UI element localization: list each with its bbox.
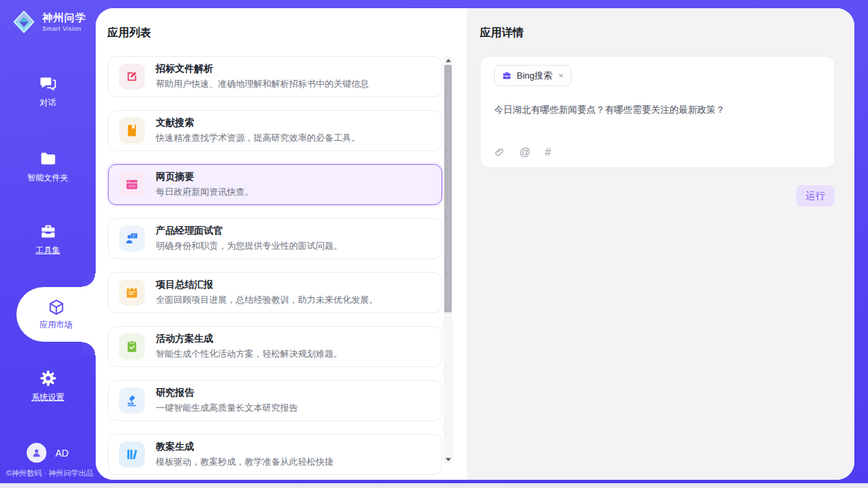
- interviewer-icon: [125, 232, 139, 245]
- web-code-icon: [125, 178, 139, 191]
- mention-icon[interactable]: @: [519, 146, 530, 159]
- app-detail-card: Bing搜索 × 今日湖北有哪些新闻要点？有哪些需要关注的最新政策？ @ #: [480, 56, 835, 168]
- cube-icon: [47, 298, 66, 316]
- sidebar-item-label: 系统设置: [31, 392, 64, 403]
- gear-icon: [39, 369, 57, 388]
- app-card[interactable]: 产品经理面试官 明确身份和职责，为您提供专业性的面试问题。: [108, 218, 442, 259]
- scrollbar-up-arrow[interactable]: [444, 56, 452, 64]
- app-card-title: 文献搜索: [156, 117, 360, 129]
- folder-icon: [39, 150, 57, 168]
- sidebar-item-label: 应用市场: [40, 319, 72, 331]
- app-list-title: 应用列表: [107, 26, 151, 40]
- sidebar-item-label: 智能文件夹: [27, 172, 68, 184]
- brand-subtitle: Smart Vision: [42, 25, 86, 32]
- sidebar-item-label: 工具集: [36, 245, 60, 256]
- app-card-title: 研究报告: [156, 387, 298, 399]
- close-icon[interactable]: ×: [558, 70, 564, 81]
- app-card-description: 智能生成个性化活动方案，轻松解决规划难题。: [156, 348, 342, 360]
- app-card-description: 模板驱动，教案秒成，教学准备从此轻松快捷: [156, 456, 334, 468]
- sidebar-item-toolset[interactable]: 工具集: [0, 222, 96, 256]
- hash-icon[interactable]: #: [545, 146, 551, 159]
- app-card-description: 快速精准查找学术资源，提高研究效率的必备工具。: [156, 132, 360, 144]
- sidebar-item-settings[interactable]: 系统设置: [0, 369, 96, 403]
- app-card-description: 一键智能生成高质量长文本研究报告: [156, 402, 298, 414]
- brand: 神州问学 Smart Vision: [11, 9, 86, 35]
- sidebar-item-label: 对话: [40, 97, 56, 109]
- attachment-toolbar: @ #: [494, 146, 551, 159]
- app-card[interactable]: 活动方案生成 智能生成个性化活动方案，轻松解决规划难题。: [108, 326, 442, 367]
- scrollbar[interactable]: [444, 56, 452, 463]
- scrollbar-thumb[interactable]: [444, 65, 452, 312]
- book-icon: [125, 124, 139, 137]
- app-card[interactable]: 招标文件解析 帮助用户快速、准确地理解和解析招标书中的关键信息: [108, 56, 442, 97]
- app-detail-panel: 应用详情 Bing搜索 × 今日湖北有哪些新闻要点？有哪些需要关注的最新政策？ …: [467, 8, 854, 480]
- edit-doc-icon: [125, 70, 139, 83]
- scrollbar-down-arrow[interactable]: [444, 455, 452, 463]
- sidebar-item-chat[interactable]: 对话: [0, 74, 96, 109]
- avatar: [27, 443, 46, 463]
- main-content: 应用列表 招标文件解析 帮助用户快速、准确地理解和解析招标书中的关键信息 文献搜…: [96, 8, 854, 480]
- query-input[interactable]: 今日湖北有哪些新闻要点？有哪些需要关注的最新政策？: [494, 103, 821, 117]
- microscope-icon: [125, 394, 139, 407]
- app-card-title: 网页摘要: [156, 171, 254, 183]
- app-card[interactable]: 教案生成 模板驱动，教案秒成，教学准备从此轻松快捷: [108, 434, 442, 475]
- sidebar: 神州问学 Smart Vision 对话 智能文件夹 工具集 应用市场 系统设置…: [0, 0, 96, 483]
- tool-tag-bing-search[interactable]: Bing搜索 ×: [494, 65, 571, 86]
- user-name: AD: [55, 448, 68, 459]
- chat-icon: [39, 74, 57, 93]
- tool-tag-label: Bing搜索: [517, 70, 552, 82]
- app-card[interactable]: 文献搜索 快速精准查找学术资源，提高研究效率的必备工具。: [108, 110, 442, 151]
- briefcase-icon: [502, 70, 512, 81]
- app-card[interactable]: 项目总结汇报 全面回顾项目进展，总结经验教训，助力未来优化发展。: [108, 272, 442, 313]
- app-card-description: 每日政府新闻资讯快查。: [156, 186, 254, 198]
- app-card-title: 活动方案生成: [156, 333, 342, 345]
- brand-name: 神州问学: [42, 12, 86, 25]
- app-card-title: 招标文件解析: [156, 63, 369, 75]
- attachment-icon[interactable]: [494, 147, 505, 158]
- app-list-panel: 应用列表 招标文件解析 帮助用户快速、准确地理解和解析招标书中的关键信息 文献搜…: [96, 8, 467, 480]
- sidebar-footer: ©神州数码 · 神州问学出品: [6, 468, 94, 478]
- app-card-title: 项目总结汇报: [156, 279, 378, 291]
- user-icon: [31, 447, 42, 459]
- sidebar-item-app-market[interactable]: 应用市场: [16, 287, 96, 342]
- app-card[interactable]: 研究报告 一键智能生成高质量长文本研究报告: [108, 380, 442, 421]
- bottom-strip: [0, 483, 868, 488]
- app-card-description: 全面回顾项目进展，总结经验教训，助力未来优化发展。: [156, 294, 378, 306]
- sidebar-item-smart-folder[interactable]: 智能文件夹: [0, 150, 96, 184]
- app-card-title: 产品经理面试官: [156, 225, 342, 237]
- brand-logo-icon: [11, 9, 37, 35]
- app-card-title: 教案生成: [156, 441, 334, 453]
- app-detail-title: 应用详情: [480, 26, 524, 40]
- app-card-list: 招标文件解析 帮助用户快速、准确地理解和解析招标书中的关键信息 文献搜索 快速精…: [108, 56, 442, 480]
- app-card[interactable]: 网页摘要 每日政府新闻资讯快查。: [108, 164, 442, 205]
- run-button[interactable]: 运行: [796, 185, 835, 206]
- toolbox-icon: [39, 222, 57, 241]
- calendar-icon: [125, 286, 139, 299]
- app-card-description: 明确身份和职责，为您提供专业性的面试问题。: [156, 240, 342, 252]
- books-icon: [125, 448, 139, 461]
- user-row[interactable]: AD: [27, 443, 68, 463]
- app-card-description: 帮助用户快速、准确地理解和解析招标书中的关键信息: [156, 78, 369, 90]
- clipboard-check-icon: [125, 340, 139, 353]
